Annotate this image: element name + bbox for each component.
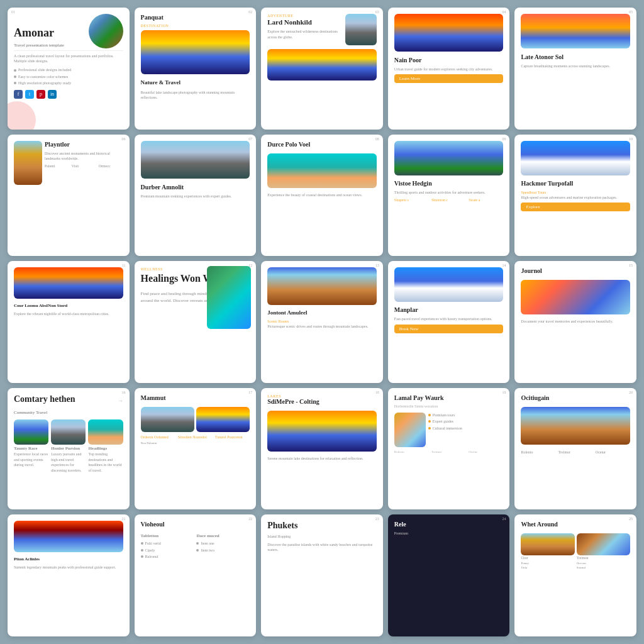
page-num: 04 — [502, 10, 506, 14]
page-num: 15 — [629, 264, 633, 267]
col-text-2: Luxury pursuits and high-end travel expe… — [51, 452, 86, 473]
page-num: 23 — [375, 517, 379, 521]
pinterest-icon[interactable]: p — [36, 90, 45, 99]
card-title: Nain Poor — [394, 57, 504, 64]
card-text: Serene mountain lake destinations for re… — [267, 456, 377, 461]
card-hero-amonar: 01 Amonar Travel presentation template A… — [8, 8, 130, 130]
feat-3: Strate a — [469, 197, 503, 203]
col-1: Taunty Race Experience local races and s… — [14, 419, 48, 473]
card-image — [267, 267, 377, 305]
card-durce: 08 Durce Polo Voel Experience the beauty… — [261, 135, 383, 257]
card-jontont: 13 Jontont Amuleel Scenic Routes Picture… — [261, 261, 383, 383]
page-num: 05 — [629, 10, 633, 14]
book-button[interactable]: Book Now — [394, 325, 504, 333]
card-title: Manplar — [394, 306, 504, 314]
card-title: Cour Loomu AbsINon Stord — [14, 303, 123, 308]
card-healings: 12 Wellness Healings Won World Find peac… — [135, 261, 257, 383]
label-2: Visit — [72, 164, 96, 169]
label-3: Ormecc — [99, 164, 123, 169]
page-num: 03 — [375, 10, 379, 14]
card-text: Document your travel memories and experi… — [521, 319, 630, 324]
card-rele-dark: 24 Rele Premium — [388, 514, 510, 636]
card-text: Beautiful lake landscape photography wit… — [141, 90, 250, 101]
card-subtitle: Scenic Routes — [267, 319, 377, 324]
page-num: 07 — [248, 137, 252, 141]
page-num: 02 — [248, 10, 252, 14]
wonder-2: Trelmon Orevon Somtul — [577, 533, 630, 570]
oc-col-3: Ocetur — [596, 450, 630, 455]
sub-title: Tabletton — [141, 533, 194, 540]
card-image — [521, 141, 630, 175]
card-title: Whet Around — [521, 521, 630, 528]
card-journol: 15 Journol Document your travel memories… — [514, 261, 636, 383]
card-subtitle: Speedboat Tours — [521, 190, 630, 195]
card-playntlor: 06 Playntlor Discover ancient monuments … — [8, 135, 130, 257]
facebook-icon[interactable]: f — [14, 90, 23, 99]
card-title: Playntlor — [45, 141, 123, 148]
card-manplar: 14 Manplar Fast-paced travel experiences… — [388, 261, 510, 383]
wonder-1: Citor Ponay Unla — [521, 533, 574, 570]
card-image — [394, 413, 426, 447]
page-num: 17 — [248, 391, 252, 394]
explore-button[interactable]: Explore — [521, 203, 630, 211]
card-title: Hackmor Turpofall — [521, 180, 630, 187]
col-title-3: Headlings — [88, 446, 123, 452]
col-image-3 — [88, 419, 123, 445]
card-image — [521, 14, 630, 48]
mammut-col-3: Tuturol Pourceton — [215, 435, 250, 440]
twitter-icon[interactable]: t — [25, 90, 34, 99]
card-text: Explore the vibrant nightlife of world-c… — [14, 311, 123, 316]
card-title: Vioheoul — [141, 521, 250, 528]
card-title: Journol — [521, 267, 630, 275]
learn-more-button[interactable]: Learn More — [394, 74, 504, 83]
img-1 — [141, 407, 194, 432]
card-image-2 — [267, 49, 377, 80]
card-title: Lard Nonhkild — [267, 18, 341, 26]
linkedin-icon[interactable]: in — [48, 90, 57, 99]
card-title: Durce Polo Voel — [267, 141, 377, 148]
card-text: Capture breathtaking moments across stun… — [521, 64, 630, 69]
card-vioheoul: 22 Vioheoul Tabletton Fulti verid Cipely… — [135, 514, 257, 636]
card-text: Thrilling sports and outdoor activities … — [394, 190, 504, 195]
card-text: Discover the paradise islands with white… — [267, 542, 377, 553]
mammut-col-2: Srinolien Nouredol — [178, 435, 213, 440]
grid-container: 01 Amonar Travel presentation template A… — [0, 0, 644, 644]
card-title: Panquat — [141, 14, 250, 21]
card-vistoe: 09 Vistoe Hedgin Thrilling sports and ou… — [388, 135, 510, 257]
page-num: 13 — [375, 264, 379, 267]
card-image — [141, 30, 250, 74]
card-text: Nen Palentin — [141, 441, 250, 445]
card-title: Durber Amnolit — [141, 184, 250, 191]
card-image — [141, 141, 250, 179]
social-icons: f t p in — [14, 90, 123, 99]
card-title: Piton Aclinles — [14, 557, 123, 562]
col-head: Dace muced — [196, 533, 250, 540]
page-num: 21 — [122, 517, 126, 521]
card-title: Comtary hethen — [14, 394, 75, 405]
card-subtitle: Horbemtolin Simtu woration — [394, 404, 504, 408]
card-ocitiugain: 20 Ocitiugain Rolento Trelmor Ocetur — [514, 388, 636, 510]
card-text: Explore the untouched wilderness destina… — [267, 29, 341, 40]
card-comtary: 16 Comtary hethen → Community Travel Tau… — [8, 388, 130, 510]
card-subtitle: Island Hopping — [267, 534, 377, 539]
card-image — [394, 267, 504, 302]
card-title: Rele — [394, 521, 504, 528]
card-title: SdiMePre - Colting — [267, 398, 377, 406]
hero-feature-2: Easy to customize color schemes — [18, 74, 68, 79]
page-num: 19 — [502, 391, 506, 394]
card-title: Vistoe Hedgin — [394, 180, 504, 187]
card-whet: 25 Whet Around Citor Ponay Unla Trelmon … — [514, 514, 636, 636]
card-text: Experience the beauty of coastal destina… — [267, 192, 377, 197]
card-title: Mammut — [141, 394, 250, 402]
page-num: 06 — [122, 137, 126, 141]
page-num: 14 — [502, 264, 506, 267]
card-image — [207, 266, 251, 329]
oc-col-1: Rolento — [521, 450, 555, 455]
col-text-1: Experience local races and sporting even… — [14, 452, 48, 467]
label-1: Palenti — [45, 164, 69, 169]
card-hackmor: 10 Hackmor Turpofall Speedboat Tours Hig… — [514, 135, 636, 257]
hero-feature-1: Professional slide designs included — [18, 67, 71, 72]
page-num: 09 — [502, 137, 506, 141]
card-late: 05 Late Atonor Sol Capture breathtaking … — [514, 8, 636, 130]
card-lamal: 19 Lamal Pay Waurk Horbemtolin Simtu wor… — [388, 388, 510, 510]
